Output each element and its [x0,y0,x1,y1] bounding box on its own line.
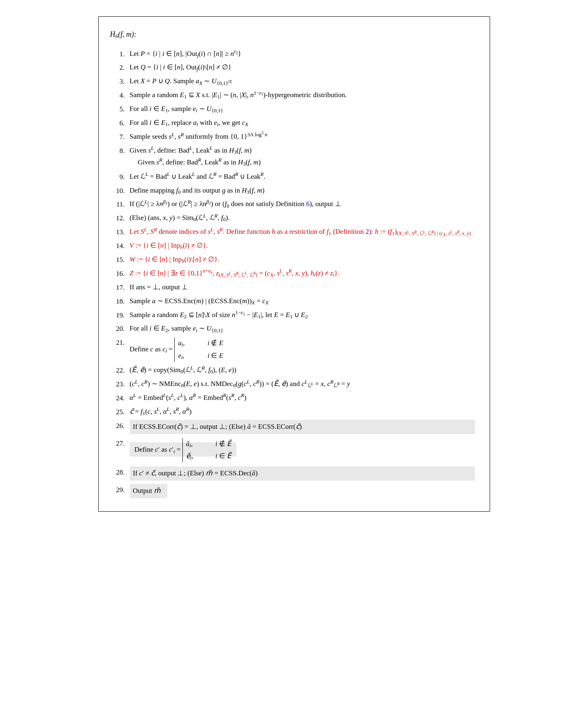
line-content: Given sL, define: BadL, LeakL as in H3(f… [130,145,475,169]
line-content: If ECSS.ECorr(c̃) = ⊥, output ⊥; (Else) … [130,420,475,434]
line-content: Let X = P ∪ Q. Sample aX ∼ U{0,1}|X| [130,75,475,87]
line-content: If (|ℒL| ≥ λnβ1) or (|ℒR| ≥ λnβ2) or (f0… [130,198,475,210]
line-item: 12. (Else) (ans, x, y) = Sim0(ℒL, ℒR, f0… [110,212,475,224]
line-content: If c′ ≠ c̃, output ⊥; (Else) m̃ = ECSS.D… [130,466,475,481]
line-item: 10. Define mapping f0 and its output g a… [110,185,475,197]
line-number: 27. [110,437,125,450]
line-number: 25. [110,406,125,418]
line-content: If ans = ⊥, output ⊥ [130,282,475,293]
line-content: Sample a ∼ ECSS.Enc(m) | (ECSS.Enc(m))X … [130,295,475,307]
line-content: Let P = {i | i ∈ [n], |Outf(i) ∩ [n]| ≥ … [130,48,475,60]
highlighted-line: If ECSS.ECorr(c̃) = ⊥, output ⊥; (Else) … [130,420,475,434]
line-number: 18. [110,295,125,308]
line-item: 20. For all i ∈ E2, sample ei ∼ U{0,1} [110,323,475,335]
line-content: Sample a random E2 ⊆ [n]\X of size n1−ε1… [130,309,475,321]
line-number: 8. [110,145,125,157]
line-item: 4. Sample a random E1 ⊆ X s.t. |E1| ∼ (n… [110,89,475,102]
highlighted-line: Output m̃ [130,484,167,498]
line-item: 24. αL = EmbedL(sL, cL), αR = EmbedR(sR,… [110,392,475,404]
line-content: Sample a random E1 ⊆ X s.t. |E1| ∼ (n, |… [130,89,475,101]
line-content: (Ẽ, ẽ) = copy(Sim0(ℒL, ℒR, f0), (E, e)) [130,364,475,376]
line-number: 29. [110,484,125,496]
highlighted-block: Define c′ as c′i = ãi, i ∉ Ẽ ẽi, i ∈ Ẽ [130,442,237,457]
line-content: (Else) (ans, x, y) = Sim0(ℒL, ℒR, f0). [130,212,475,224]
line-content: Output m̃ [130,484,475,498]
line-number: 9. [110,171,125,183]
highlighted-line: If c′ ≠ c̃, output ⊥; (Else) m̃ = ECSS.D… [130,466,475,481]
line-item: 13. Let SL, SR denote indices of sL, sR.… [110,226,475,238]
line-number: 12. [110,212,125,224]
line-number: 21. [110,337,125,349]
line-content: Sample seeds sL, sR uniformly from {0, 1… [130,131,475,143]
line-item: 26. If ECSS.ECorr(c̃) = ⊥, output ⊥; (El… [110,420,475,434]
line-content: For all i ∈ E1, replace ai with ei, we g… [130,117,475,129]
line-item: 16. Z := {i ∈ [n] | ∃z ∈ {0,1}n+ne, z(X,… [110,268,475,280]
line-number: 4. [110,89,125,102]
line-item: 25. c̃ = f1(c, sL, αL, sR, αR) [110,406,475,418]
line-content: Let ℒL = BadL ∪ LeakL and ℒR = BadR ∪ Le… [130,171,475,183]
line-item: 29. Output m̃ [110,484,475,498]
line-number: 16. [110,268,125,280]
line-item: 6. For all i ∈ E1, replace ai with ei, w… [110,117,475,129]
line-item: 7. Sample seeds sL, sR uniformly from {0… [110,131,475,143]
line-content: For all i ∈ E1, sample ei ∼ U{0,1} [130,103,475,115]
line-content: Z := {i ∈ [n] | ∃z ∈ {0,1}n+ne, z(X, SL,… [130,268,475,280]
line-number: 13. [110,226,125,238]
piecewise-definition-2: ãi, i ∉ Ẽ ẽi, i ∈ Ẽ [182,438,231,463]
line-number: 20. [110,323,125,335]
line-number: 11. [110,198,125,211]
line-content: V := {i ∈ [n] | Inph(i) ≠ ∅}. [130,240,475,252]
line-content: Let SL, SR denote indices of sL, sR. Def… [130,226,475,238]
line-number: 6. [110,117,125,129]
line-item: 22. (Ẽ, ẽ) = copy(Sim0(ℒL, ℒR, f0), (E, … [110,364,475,377]
line-item: 14. V := {i ∈ [n] | Inph(i) ≠ ∅}. [110,240,475,252]
line-item: 5. For all i ∈ E1, sample ei ∼ U{0,1} [110,103,475,115]
line-number: 24. [110,392,125,404]
piecewise-definition: ai, i ∉ E ei, i ∈ E [174,337,223,362]
line-item: 2. Let Q = {i | i ∈ [n], Outf(i)\[n] ≠ ∅… [110,62,475,74]
line-number: 22. [110,364,125,377]
line-number: 15. [110,254,125,266]
algorithm-box: H6(f, m): 1. Let P = {i | i ∈ [n], |Outf… [98,16,490,512]
line-item: 8. Given sL, define: BadL, LeakL as in H… [110,145,475,169]
line-number: 3. [110,75,125,88]
line-item: 3. Let X = P ∪ Q. Sample aX ∼ U{0,1}|X| [110,75,475,88]
line-item: 18. Sample a ∼ ECSS.Enc(m) | (ECSS.Enc(m… [110,295,475,308]
line-content: For all i ∈ E2, sample ei ∼ U{0,1} [130,323,475,335]
algorithm-steps: 1. Let P = {i | i ∈ [n], |Outf(i) ∩ [n]|… [110,48,475,499]
line-content: Define c as ci = ai, i ∉ E ei, i ∈ E [130,337,475,363]
line-item: 11. If (|ℒL| ≥ λnβ1) or (|ℒR| ≥ λnβ2) or… [110,198,475,211]
line-content: c̃ = f1(c, sL, αL, sR, αR) [130,406,475,418]
line-item: 27. Define c′ as c′i = ãi, i ∉ Ẽ ẽi, i ∈… [110,437,475,464]
line-number: 17. [110,282,125,294]
line-item: 17. If ans = ⊥, output ⊥ [110,282,475,294]
line-item: 19. Sample a random E2 ⊆ [n]\X of size n… [110,309,475,322]
line-content: W := {i ∈ [n] | Inph(i)\[n] ≠ ∅}. [130,254,475,266]
line-number: 19. [110,309,125,322]
line-number: 10. [110,185,125,197]
line-number: 1. [110,48,125,60]
line-number: 2. [110,62,125,74]
line-number: 7. [110,131,125,143]
line-item: 1. Let P = {i | i ∈ [n], |Outf(i) ∩ [n]|… [110,48,475,60]
line-content: (cL, cR) ∼ NMEnc0(E, e) s.t. NMDec0(g(cL… [130,378,475,390]
line-content: Define mapping f0 and its output g as in… [130,185,475,197]
line-content: Let Q = {i | i ∈ [n], Outf(i)\[n] ≠ ∅} [130,62,475,73]
line-number: 5. [110,103,125,115]
line-item: 15. W := {i ∈ [n] | Inph(i)\[n] ≠ ∅}. [110,254,475,266]
line-item: 28. If c′ ≠ c̃, output ⊥; (Else) m̃ = EC… [110,466,475,481]
line-item: 9. Let ℒL = BadL ∪ LeakL and ℒR = BadR ∪… [110,171,475,183]
line-content: αL = EmbedL(sL, cL), αR = EmbedR(sR, cR) [130,392,475,404]
line-item: 21. Define c as ci = ai, i ∉ E ei, i ∈ E [110,337,475,363]
line-number: 28. [110,466,125,479]
algorithm-title: H6(f, m): [110,28,475,41]
line-number: 26. [110,420,125,432]
line-item: 23. (cL, cR) ∼ NMEnc0(E, e) s.t. NMDec0(… [110,378,475,390]
line-number: 23. [110,378,125,390]
line-content: Define c′ as c′i = ãi, i ∉ Ẽ ẽi, i ∈ Ẽ [130,437,475,464]
line-number: 14. [110,240,125,252]
